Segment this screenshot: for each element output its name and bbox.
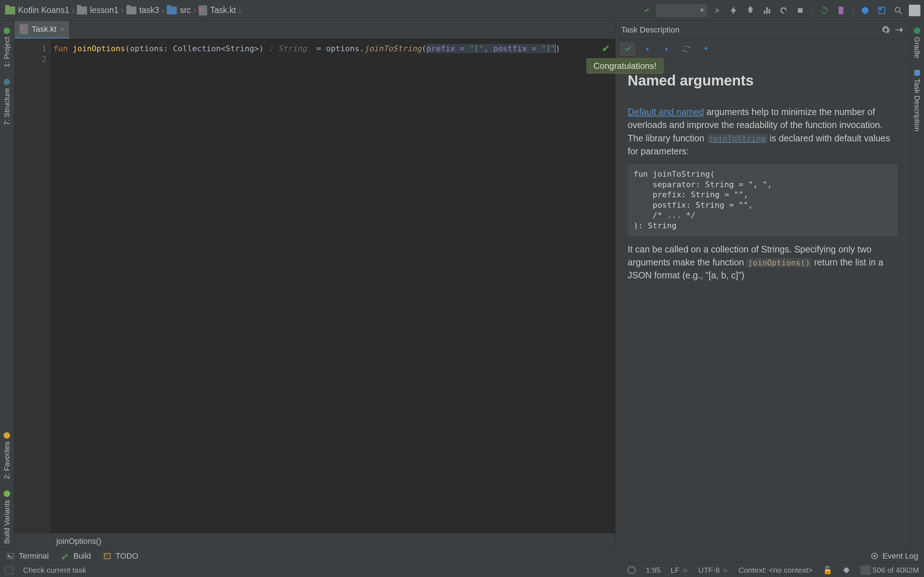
memory-usage[interactable]: 506 of 4062M — [861, 566, 919, 575]
hide-icon[interactable] — [894, 25, 904, 35]
svg-rect-1 — [839, 6, 843, 15]
attach-icon[interactable] — [777, 4, 790, 16]
code-block: fun joinToString( separator: String = ",… — [628, 164, 897, 236]
crumb-task[interactable]: task3 — [125, 5, 161, 15]
crumb-file[interactable]: Task.kt — [197, 5, 237, 16]
left-tool-stripe: 1: Project 7: Structure 2: Favorites Bui… — [0, 21, 15, 549]
structure-icon — [4, 79, 10, 85]
crumb-lesson[interactable]: lesson1 — [76, 5, 120, 15]
run-icon[interactable] — [711, 4, 723, 16]
terminal-tab[interactable]: Terminal — [6, 551, 49, 561]
check-task-button[interactable] — [620, 43, 635, 56]
join-to-string-link[interactable]: joinToString — [707, 134, 767, 143]
param-sep: = — [455, 44, 470, 53]
param-sep: = — [527, 44, 541, 53]
tab-label: 7: Structure — [3, 88, 11, 125]
code-area[interactable]: fun joinOptions(options: Collection<Stri… — [50, 39, 615, 533]
chevron-right-icon: › — [238, 5, 241, 16]
tab-label: 2: Favorites — [3, 442, 11, 479]
top-nav: Kotlin Koans1 › lesson1 › task3 › src › … — [0, 0, 924, 21]
kotlin-file-icon — [19, 24, 28, 34]
layout-icon[interactable] — [876, 4, 888, 16]
apply-changes-icon[interactable] — [728, 4, 740, 16]
tab-label: Build Variants — [3, 500, 11, 544]
build-icon[interactable] — [640, 4, 652, 16]
status-indicator-icon[interactable] — [628, 566, 636, 574]
breadcrumb[interactable]: Kotlin Koans1 › lesson1 › task3 › src › … — [3, 5, 640, 16]
crumb-label: task3 — [139, 5, 159, 15]
encoding[interactable]: UTF-8≑ — [698, 566, 729, 574]
status-message: Check current task — [23, 566, 617, 574]
crumb-src[interactable]: src — [165, 5, 192, 15]
task-content[interactable]: Named arguments Default and named argume… — [615, 59, 909, 549]
sdk-manager-icon[interactable] — [859, 4, 871, 16]
line-ending[interactable]: LF≑ — [670, 566, 688, 574]
sync-icon[interactable] — [818, 4, 830, 16]
lock-icon[interactable]: 🔓 — [823, 566, 832, 574]
lparen: ( — [422, 44, 426, 53]
call-name: joinToString — [364, 44, 422, 53]
inspections-icon[interactable] — [842, 566, 850, 574]
context[interactable]: Context: <no context> — [738, 566, 813, 574]
task-panel-header: Task Description — [615, 21, 909, 39]
favorites-toolwindow-tab[interactable]: 2: Favorites — [2, 427, 13, 484]
current-element[interactable]: joinOptions() — [56, 537, 102, 546]
debug-icon[interactable] — [744, 4, 756, 16]
project-toolwindow-tab[interactable]: 1: Project — [2, 23, 13, 72]
terminal-icon — [6, 552, 15, 560]
android-icon — [4, 490, 10, 497]
profile-icon[interactable] — [761, 4, 773, 16]
search-icon[interactable] — [892, 4, 905, 16]
structure-toolwindow-tab[interactable]: 7: Structure — [2, 74, 13, 130]
hammer-icon — [60, 552, 69, 560]
check-ok-icon: ✔ — [602, 43, 610, 55]
folder-icon — [126, 6, 136, 15]
crumb-label: Kotlin Koans1 — [18, 5, 69, 15]
event-log-tab[interactable]: Event Log — [870, 551, 918, 561]
gear-icon[interactable] — [881, 25, 891, 35]
task-heading: Named arguments — [628, 70, 897, 91]
status-menu-icon[interactable] — [5, 566, 13, 574]
chevron-down-icon: ▾ — [700, 5, 704, 15]
separator — [812, 5, 813, 16]
task-description-toolwindow-tab[interactable]: Task Description — [911, 65, 922, 137]
build-variants-toolwindow-tab[interactable]: Build Variants — [2, 485, 13, 549]
project-icon — [4, 27, 10, 34]
avd-icon[interactable] — [835, 4, 847, 16]
caret-position[interactable]: 1:95 — [646, 566, 661, 574]
fill-answer-button[interactable] — [698, 43, 713, 56]
bottom-tool-tabs: Terminal Build TODO Event Log — [0, 549, 924, 562]
separator — [853, 5, 853, 16]
folder-icon — [5, 6, 15, 15]
editor-body[interactable]: 12 fun joinOptions(options: Collection<S… — [15, 39, 615, 533]
tab-title: Task.kt — [32, 24, 56, 34]
run-config-dropdown[interactable]: ▾ — [656, 4, 707, 16]
tab-label: Event Log — [882, 551, 918, 561]
default-and-named-link[interactable]: Default and named — [628, 107, 704, 117]
gradle-toolwindow-tab[interactable]: Gradle — [911, 23, 922, 63]
todo-tab[interactable]: TODO — [102, 551, 138, 561]
crumb-label: lesson1 — [90, 5, 118, 15]
string: "[" — [469, 44, 484, 53]
close-icon[interactable]: × — [60, 25, 64, 34]
param-name: prefix — [426, 44, 455, 53]
kotlin-file-icon — [199, 5, 207, 16]
crumb-project[interactable]: Kotlin Koans1 — [3, 5, 71, 15]
congrats-tooltip: Congratulations! — [586, 58, 663, 74]
svg-point-9 — [874, 555, 876, 557]
crumb-label: src — [180, 5, 191, 15]
build-tab[interactable]: Build — [60, 551, 91, 561]
gradle-icon — [914, 27, 921, 34]
folder-icon — [167, 6, 177, 15]
right-tool-stripe: Gradle Task Description — [909, 21, 924, 549]
svg-rect-0 — [798, 8, 803, 13]
next-task-button[interactable] — [659, 43, 674, 56]
svg-point-4 — [895, 7, 900, 12]
stop-icon[interactable] — [794, 4, 806, 16]
editor-tab[interactable]: Task.kt × — [15, 21, 69, 39]
prev-task-button[interactable] — [640, 43, 654, 56]
svg-rect-7 — [104, 553, 110, 559]
memory-bar — [861, 566, 871, 575]
avatar[interactable] — [909, 5, 921, 16]
reset-task-button[interactable] — [679, 43, 693, 56]
